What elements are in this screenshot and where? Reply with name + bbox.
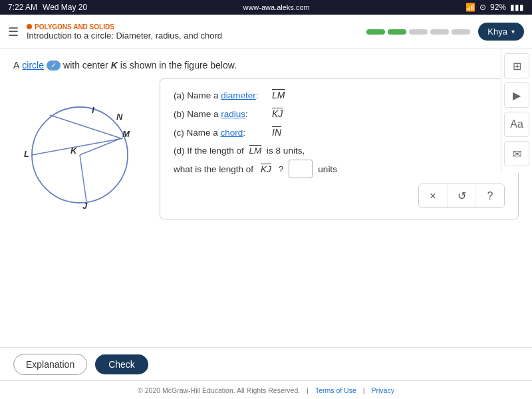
nav-category: POLYGONS AND SOLIDS xyxy=(27,23,358,31)
user-name: Khya xyxy=(487,27,507,37)
clear-button[interactable]: × xyxy=(419,184,448,207)
progress-bar xyxy=(366,29,470,35)
question-c-row: (c) Name a chord: IN xyxy=(174,127,505,138)
top-nav: ☰ POLYGONS AND SOLIDS Introduction to a … xyxy=(0,15,532,49)
font-button[interactable]: Aa xyxy=(504,112,529,137)
calculator-icon: ⊞ xyxy=(513,60,521,72)
footer-divider: | xyxy=(307,386,309,394)
question-box: (a) Name a diameter: LM (b) Name a radiu… xyxy=(160,78,519,219)
font-icon: Aa xyxy=(510,118,523,130)
circle-diagram: I N M K L J xyxy=(13,78,146,211)
center-label: K xyxy=(111,60,118,70)
status-bar: 7:22 AM Wed May 20 www-awa.aleks.com 📶 ⊙… xyxy=(0,0,532,15)
terms-link[interactable]: Terms of Use xyxy=(315,386,356,394)
mail-icon: ✉ xyxy=(513,148,521,160)
circle-link[interactable]: circle xyxy=(22,60,44,70)
time-display: 7:22 AM xyxy=(8,3,37,12)
svg-text:M: M xyxy=(122,129,130,139)
bottom-bar: Explanation Check xyxy=(0,347,532,380)
url-display: www-awa.aleks.com xyxy=(243,3,309,11)
question-d-section: (d) If the length of LM is 8 units, what… xyxy=(174,146,505,208)
question-d-line2: what is the length of KJ ? units xyxy=(174,160,505,178)
svg-line-4 xyxy=(80,138,121,155)
main-content: A circle ✓ with center K is shown in the… xyxy=(0,49,532,347)
problem-text-end: is shown in the figure below. xyxy=(120,60,237,70)
svg-line-2 xyxy=(80,155,86,201)
units-label: units xyxy=(318,164,337,174)
undo-button[interactable]: ↺ xyxy=(448,184,476,207)
chord-link[interactable]: chord xyxy=(221,128,243,138)
menu-button[interactable]: ☰ xyxy=(8,25,19,39)
status-right: 📶 ⊙ 92% ▮▮▮ xyxy=(466,3,524,12)
diameter-link[interactable]: diameter xyxy=(221,90,256,100)
question-b-label: (b) Name a radius: xyxy=(174,109,267,119)
progress-seg-5 xyxy=(452,29,470,35)
right-sidebar: ⊞ ▶ Aa ✉ xyxy=(501,49,532,173)
question-a-label: (a) Name a diameter: xyxy=(174,90,267,100)
svg-text:J: J xyxy=(82,201,88,211)
problem-text-after: with center xyxy=(63,60,108,70)
nav-topic: POLYGONS AND SOLIDS Introduction to a ci… xyxy=(27,23,358,41)
video-icon: ▶ xyxy=(513,89,521,102)
answer-input[interactable] xyxy=(289,160,313,178)
progress-seg-3 xyxy=(409,29,428,35)
date-display: Wed May 20 xyxy=(43,3,87,12)
question-a-answer: LM xyxy=(272,90,285,100)
wifi-icon: 📶 xyxy=(466,3,475,12)
mail-button[interactable]: ✉ xyxy=(504,141,529,166)
svg-text:I: I xyxy=(92,105,94,115)
check-button[interactable]: Check xyxy=(95,354,148,374)
progress-seg-2 xyxy=(388,29,406,35)
status-left: 7:22 AM Wed May 20 xyxy=(8,3,87,12)
chevron-down-icon: ▾ xyxy=(511,28,515,35)
nav-title: Introduction to a circle: Diameter, radi… xyxy=(27,31,358,41)
explanation-button[interactable]: Explanation xyxy=(13,354,87,375)
problem-text-before: A xyxy=(13,60,19,70)
help-button[interactable]: ? xyxy=(476,184,504,207)
svg-text:N: N xyxy=(116,112,123,122)
copyright-text: © 2020 McGraw-Hill Education. All Rights… xyxy=(138,386,300,394)
privacy-link[interactable]: Privacy xyxy=(371,386,394,394)
footer-divider-2: | xyxy=(363,386,365,394)
battery-display: 92% xyxy=(490,3,506,12)
battery-icon: ▮▮▮ xyxy=(510,3,524,12)
question-c-answer: IN xyxy=(272,127,281,138)
dropdown-badge[interactable]: ✓ xyxy=(47,61,61,70)
question-c-label: (c) Name a chord: xyxy=(174,128,267,138)
footer: © 2020 McGraw-Hill Education. All Rights… xyxy=(0,380,532,399)
progress-seg-1 xyxy=(366,29,385,35)
video-button[interactable]: ▶ xyxy=(504,82,529,108)
svg-text:K: K xyxy=(70,146,78,156)
radius-link[interactable]: radius xyxy=(221,109,245,119)
question-b-row: (b) Name a radius: KJ xyxy=(174,108,505,119)
input-buttons-row: × ↺ ? xyxy=(418,184,505,208)
category-dot xyxy=(27,24,32,29)
calculator-button[interactable]: ⊞ xyxy=(504,53,529,78)
progress-seg-4 xyxy=(430,29,449,35)
svg-line-1 xyxy=(32,138,123,155)
question-b-answer: KJ xyxy=(272,108,283,119)
user-menu-button[interactable]: Khya ▾ xyxy=(478,23,524,41)
svg-text:L: L xyxy=(24,149,29,159)
question-a-row: (a) Name a diameter: LM xyxy=(174,90,505,100)
problem-statement: A circle ✓ with center K is shown in the… xyxy=(13,60,519,70)
content-layout: I N M K L J (a) Name a diameter: LM xyxy=(13,78,519,219)
question-d-line1: (d) If the length of LM is 8 units, xyxy=(174,146,505,156)
signal-icon: ⊙ xyxy=(479,3,486,12)
